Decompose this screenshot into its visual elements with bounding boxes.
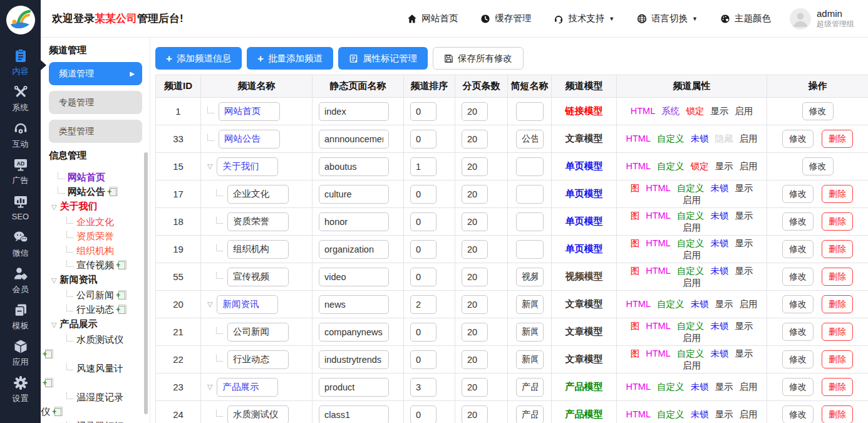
expander-icon[interactable]: ▽ <box>51 318 56 332</box>
attr-label[interactable]: 自定义 <box>677 321 705 331</box>
attr-label[interactable]: 显示 <box>735 266 753 276</box>
attr-label[interactable]: 自定义 <box>657 161 685 171</box>
attr-label[interactable]: HTML <box>626 382 651 392</box>
tree-item[interactable]: ▽关于我们 <box>41 199 132 214</box>
static-page-name-input[interactable] <box>319 130 389 149</box>
attr-label[interactable]: 自定义 <box>677 183 705 193</box>
attr-label[interactable]: 图 <box>631 348 640 358</box>
attr-label[interactable]: 未锁 <box>710 321 728 331</box>
edit-button[interactable]: 修改 <box>782 240 814 258</box>
attr-label[interactable]: HTML <box>631 106 655 116</box>
page-size-input[interactable] <box>462 212 488 231</box>
sidebar-item-templates[interactable]: 模板 <box>0 298 41 335</box>
subnav-item-type-management[interactable]: 类型管理 <box>49 120 142 143</box>
channel-sort-input[interactable] <box>410 268 437 286</box>
attr-label[interactable]: 未锁 <box>690 299 708 309</box>
attr-label[interactable]: 启用 <box>683 278 701 288</box>
nav-tech-support[interactable]: 技术支持 ▼ <box>554 13 614 24</box>
channel-sort-input[interactable] <box>410 102 437 121</box>
channel-sort-input[interactable] <box>410 157 437 176</box>
attr-label[interactable]: 显示 <box>735 321 753 331</box>
tree-item[interactable]: 水质测试仪 <box>41 332 132 361</box>
add-doc-icon[interactable] <box>54 408 61 416</box>
attr-label[interactable]: 启用 <box>683 222 701 232</box>
delete-button[interactable]: 删除 <box>822 323 853 341</box>
attr-label[interactable]: 显示 <box>710 106 728 116</box>
channel-sort-input[interactable] <box>410 323 437 342</box>
sidebar-item-content[interactable]: 内容 <box>0 44 41 80</box>
attr-label[interactable]: 启用 <box>739 382 757 392</box>
attr-label[interactable]: 自定义 <box>677 211 705 221</box>
tree-item[interactable]: 行业动态 <box>41 302 132 316</box>
attr-label[interactable]: 未锁 <box>690 409 708 419</box>
attr-label[interactable]: 启用 <box>735 106 753 116</box>
attr-label[interactable]: 显示 <box>715 299 733 309</box>
edit-button[interactable]: 修改 <box>782 350 814 368</box>
add-doc-icon[interactable] <box>45 379 52 387</box>
edit-button[interactable]: 修改 <box>782 212 814 231</box>
attr-label[interactable]: HTML <box>646 183 670 193</box>
attr-label[interactable]: 自定义 <box>657 299 685 309</box>
channel-sort-input[interactable] <box>410 378 437 397</box>
tree-item[interactable]: 风速风量计 <box>41 361 132 390</box>
nav-site-home[interactable]: 网站首页 <box>407 13 458 24</box>
edit-button[interactable]: 修改 <box>802 157 834 175</box>
attr-label[interactable]: 隐藏 <box>715 133 733 144</box>
attr-label[interactable]: 未锁 <box>690 382 708 392</box>
page-size-input[interactable] <box>462 185 488 204</box>
attr-label[interactable]: HTML <box>646 321 670 331</box>
attr-label[interactable]: 启用 <box>739 133 757 144</box>
short-name-input[interactable] <box>516 212 544 231</box>
page-size-input[interactable] <box>462 295 488 314</box>
attr-label[interactable]: 启用 <box>739 161 757 171</box>
static-page-name-input[interactable] <box>319 295 389 314</box>
attr-label[interactable]: 启用 <box>683 250 701 260</box>
attr-label[interactable]: 启用 <box>739 299 757 309</box>
channel-name-input[interactable] <box>227 323 289 342</box>
subnav-item-topic-management[interactable]: 专题管理 <box>49 91 142 114</box>
static-page-name-input[interactable] <box>319 378 389 397</box>
attr-label[interactable]: HTML <box>626 161 651 171</box>
static-page-name-input[interactable] <box>319 240 389 259</box>
short-name-input[interactable] <box>516 268 544 286</box>
attr-label[interactable]: HTML <box>626 133 651 144</box>
expander-icon[interactable]: ▽ <box>207 300 212 308</box>
channel-sort-input[interactable] <box>410 350 437 369</box>
add-doc-icon[interactable] <box>110 188 116 196</box>
expander-icon[interactable]: ▽ <box>51 200 56 214</box>
attr-label[interactable]: HTML <box>646 266 670 276</box>
channel-name-input[interactable] <box>227 350 289 369</box>
attr-label[interactable]: 显示 <box>735 348 753 358</box>
channel-name-input[interactable] <box>227 240 289 259</box>
static-page-name-input[interactable] <box>319 157 389 176</box>
attr-label[interactable]: 显示 <box>735 238 753 248</box>
attr-label[interactable]: HTML <box>626 409 651 419</box>
batch-add-channel-button[interactable]: + 批量添加频道 <box>247 47 333 70</box>
tree-item[interactable]: ▽产品展示 <box>41 316 132 332</box>
page-size-input[interactable] <box>462 350 488 369</box>
tree-item[interactable]: 网站公告 <box>41 184 132 199</box>
short-name-input[interactable] <box>516 350 544 369</box>
attr-label[interactable]: 未锁 <box>710 348 728 358</box>
tree-item[interactable]: 宣传视频 <box>41 258 132 272</box>
tree-item[interactable]: 公司新闻 <box>41 288 132 302</box>
tree-item[interactable]: 温湿度记录仪 <box>41 390 132 419</box>
channel-name-input[interactable] <box>227 268 289 286</box>
sidebar-item-wechat[interactable]: 微信 <box>0 226 41 262</box>
delete-button[interactable]: 删除 <box>822 350 853 368</box>
channel-sort-input[interactable] <box>410 240 437 259</box>
attr-label[interactable]: HTML <box>626 299 651 309</box>
attr-label[interactable]: 显示 <box>715 161 733 171</box>
channel-name-input[interactable] <box>217 378 278 397</box>
add-doc-icon[interactable] <box>45 350 52 358</box>
sidebar-item-ads[interactable]: AD 广告 <box>0 153 41 189</box>
short-name-input[interactable] <box>516 157 544 176</box>
add-doc-icon[interactable] <box>118 261 125 269</box>
attr-label[interactable]: 启用 <box>739 409 757 419</box>
attr-label[interactable]: 系统 <box>661 106 679 116</box>
attr-label[interactable]: 未锁 <box>710 266 728 276</box>
attr-label[interactable]: 显示 <box>715 382 733 392</box>
attr-label[interactable]: 自定义 <box>657 133 685 144</box>
attr-label[interactable]: HTML <box>646 211 670 221</box>
page-size-input[interactable] <box>462 268 488 286</box>
